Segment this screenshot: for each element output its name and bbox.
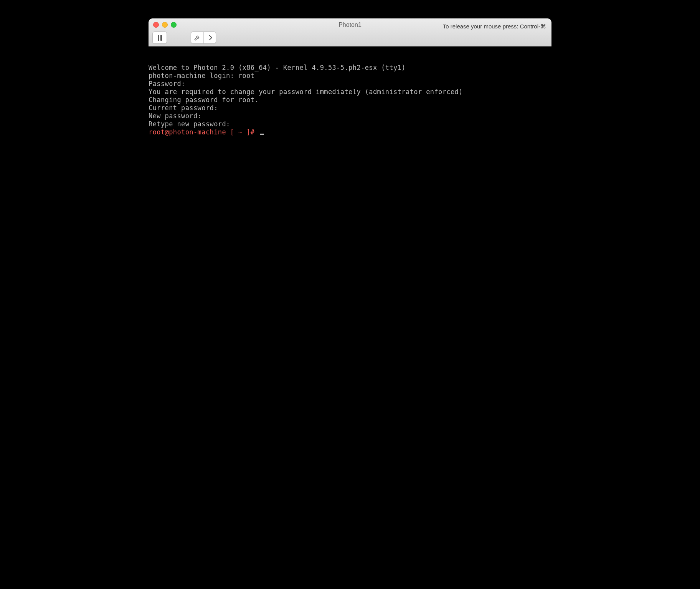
fullscreen-window-button[interactable]: [171, 22, 177, 28]
settings-button[interactable]: [191, 32, 203, 43]
terminal-prompt-line: root@photon-machine [ ~ ]#: [149, 128, 264, 136]
next-button[interactable]: [203, 32, 216, 43]
settings-split-button[interactable]: [191, 31, 216, 44]
shell-prompt: root@photon-machine [ ~ ]#: [149, 128, 259, 136]
pause-icon: [158, 35, 162, 41]
minimize-window-button[interactable]: [162, 22, 168, 28]
close-window-button[interactable]: [153, 22, 159, 28]
titlebar: Photon1 To release your mouse press: Con…: [149, 18, 551, 46]
terminal-line: New password:: [149, 112, 201, 120]
terminal-line: Welcome to Photon 2.0 (x86_64) - Kernel …: [149, 64, 406, 71]
terminal[interactable]: Welcome to Photon 2.0 (x86_64) - Kernel …: [149, 46, 551, 366]
vm-window: Photon1 To release your mouse press: Con…: [149, 18, 551, 366]
terminal-line: Password:: [149, 80, 185, 88]
wrench-icon: [194, 34, 201, 41]
traffic-lights: [153, 22, 177, 28]
chevron-right-icon: [207, 35, 212, 40]
pause-button[interactable]: [152, 31, 167, 44]
cursor: [260, 134, 264, 135]
terminal-line: Retype new password:: [149, 120, 230, 128]
toolbar: [152, 31, 216, 44]
mouse-release-hint: To release your mouse press: Control-⌘: [443, 23, 546, 30]
terminal-line: Current password:: [149, 104, 218, 112]
terminal-line: You are required to change your password…: [149, 88, 463, 96]
terminal-line: photon-machine login: root: [149, 72, 255, 79]
terminal-line: Changing password for root.: [149, 96, 259, 104]
